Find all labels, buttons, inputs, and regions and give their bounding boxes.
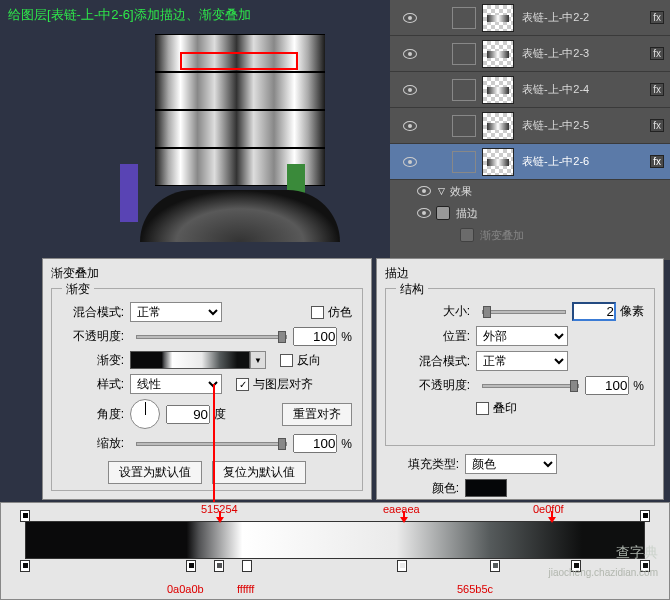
opacity-slider[interactable] <box>136 335 287 339</box>
instruction-text: 给图层[表链-上-中2-6]添加描边、渐变叠加 <box>8 6 251 24</box>
gradient-overlay-dialog: 渐变叠加 渐变 混合模式: 正常 仿色 不透明度: % 渐变: ▼ 反向 样式:… <box>42 258 372 500</box>
visibility-icon[interactable] <box>417 186 431 196</box>
visibility-icon[interactable] <box>403 85 417 95</box>
dither-label: 仿色 <box>328 304 352 321</box>
reverse-checkbox[interactable] <box>280 354 293 367</box>
effects-header[interactable]: ▽ 效果 <box>390 180 670 202</box>
layer-name: 表链-上-中2-6 <box>522 154 589 169</box>
opacity-input[interactable] <box>293 327 337 346</box>
color-stop[interactable] <box>242 560 252 572</box>
visibility-icon[interactable] <box>403 13 417 23</box>
layer-row[interactable]: 表链-上-中2-2 fx <box>390 0 670 36</box>
fx-badge[interactable]: fx <box>650 11 664 24</box>
hex-value: ffffff <box>237 583 254 595</box>
gradient-dropdown[interactable]: ▼ <box>250 351 266 369</box>
visibility-icon[interactable] <box>403 49 417 59</box>
effect-icon <box>436 206 450 220</box>
style-select[interactable]: 线性 <box>130 374 222 394</box>
arrow-icon <box>213 384 215 514</box>
opacity-unit: % <box>341 330 352 344</box>
fx-badge[interactable]: fx <box>650 155 664 168</box>
align-label: 与图层对齐 <box>253 376 313 393</box>
fill-type-select[interactable]: 颜色 <box>465 454 557 474</box>
dialog-title: 描边 <box>385 265 655 282</box>
effect-row[interactable]: 渐变叠加 <box>390 224 670 246</box>
reverse-label: 反向 <box>297 352 321 369</box>
position-label: 位置: <box>396 328 470 345</box>
set-default-button[interactable]: 设置为默认值 <box>108 461 202 484</box>
watermark: 查字典 <box>616 544 658 562</box>
effect-name: 渐变叠加 <box>480 228 524 243</box>
effect-row[interactable]: 描边 <box>390 202 670 224</box>
reset-default-button[interactable]: 复位为默认值 <box>212 461 306 484</box>
layer-row[interactable]: 表链-上-中2-3 fx <box>390 36 670 72</box>
opacity-unit: % <box>633 379 644 393</box>
size-slider[interactable] <box>482 310 566 314</box>
overprint-checkbox[interactable] <box>476 402 489 415</box>
fill-type-label: 填充类型: <box>385 456 459 473</box>
color-stop[interactable] <box>490 560 500 572</box>
color-stop[interactable] <box>397 560 407 572</box>
highlight-box <box>180 52 298 70</box>
expand-icon[interactable]: ▽ <box>436 186 446 196</box>
scale-input[interactable] <box>293 434 337 453</box>
color-label: 颜色: <box>385 480 459 497</box>
opacity-label: 不透明度: <box>396 377 470 394</box>
watermark-url: jiaocheng.chazidian.com <box>548 567 658 578</box>
layer-name: 表链-上-中2-2 <box>522 10 589 25</box>
arrow-icon <box>219 511 221 521</box>
size-label: 大小: <box>396 303 470 320</box>
scale-slider[interactable] <box>136 442 287 446</box>
align-checkbox[interactable] <box>236 378 249 391</box>
style-label: 样式: <box>62 376 124 393</box>
layer-name: 表链-上-中2-3 <box>522 46 589 61</box>
visibility-icon[interactable] <box>417 208 431 218</box>
gradient-editor: 0a0a0b 515254 ffffff eaeaea 565b5c 0e0f0… <box>0 502 670 600</box>
opacity-stop[interactable] <box>640 510 650 522</box>
blend-mode-select[interactable]: 正常 <box>476 351 568 371</box>
reset-align-button[interactable]: 重置对齐 <box>282 403 352 426</box>
layer-row[interactable]: 表链-上-中2-6 fx <box>390 144 670 180</box>
group-label: 渐变 <box>62 281 94 298</box>
visibility-icon[interactable] <box>403 157 417 167</box>
visibility-icon[interactable] <box>403 121 417 131</box>
effect-name: 描边 <box>456 206 478 221</box>
layer-row[interactable]: 表链-上-中2-4 fx <box>390 72 670 108</box>
color-stop[interactable] <box>186 560 196 572</box>
hex-value: 565b5c <box>457 583 493 595</box>
gradient-label: 渐变: <box>62 352 124 369</box>
fx-badge[interactable]: fx <box>650 119 664 132</box>
blend-mode-label: 混合模式: <box>62 304 124 321</box>
fx-badge[interactable]: fx <box>650 47 664 60</box>
layers-panel: 表链-上-中2-2 fx 表链-上-中2-3 fx 表链-上-中2-4 fx 表… <box>390 0 670 260</box>
opacity-slider[interactable] <box>482 384 579 388</box>
hex-value: eaeaea <box>383 503 420 515</box>
hex-value: 0a0a0b <box>167 583 204 595</box>
arrow-icon <box>403 511 405 521</box>
opacity-stop[interactable] <box>20 510 30 522</box>
blend-mode-label: 混合模式: <box>396 353 470 370</box>
opacity-label: 不透明度: <box>62 328 124 345</box>
position-select[interactable]: 外部 <box>476 326 568 346</box>
fx-badge[interactable]: fx <box>650 83 664 96</box>
angle-dial[interactable] <box>130 399 160 429</box>
color-swatch[interactable] <box>465 479 507 497</box>
layer-name: 表链-上-中2-5 <box>522 118 589 133</box>
overprint-label: 叠印 <box>493 400 517 417</box>
effect-icon <box>460 228 474 242</box>
layer-row[interactable]: 表链-上-中2-5 fx <box>390 108 670 144</box>
watch-preview <box>120 24 360 254</box>
angle-unit: 度 <box>214 406 226 423</box>
color-stop[interactable] <box>20 560 30 572</box>
group-label: 结构 <box>396 281 428 298</box>
gradient-swatch[interactable] <box>130 351 250 369</box>
blend-mode-select[interactable]: 正常 <box>130 302 222 322</box>
effects-label: 效果 <box>450 184 472 199</box>
opacity-input[interactable] <box>585 376 629 395</box>
angle-input[interactable] <box>166 405 210 424</box>
dither-checkbox[interactable] <box>311 306 324 319</box>
size-input[interactable] <box>572 302 616 321</box>
scale-unit: % <box>341 437 352 451</box>
color-stop[interactable] <box>214 560 224 572</box>
angle-label: 角度: <box>62 406 124 423</box>
